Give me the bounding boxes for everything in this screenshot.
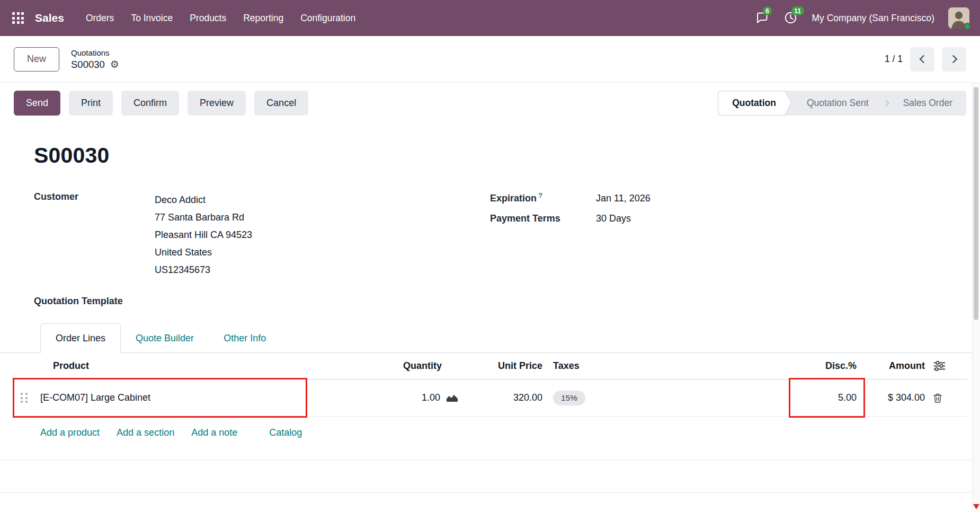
payment-terms-label: Payment Terms [490, 213, 596, 224]
order-line-quantity-cell[interactable]: 1.00 [307, 392, 461, 403]
apps-grid-icon [12, 12, 24, 24]
customer-address-line: US12345673 [155, 261, 252, 279]
app-name[interactable]: Sales [35, 12, 64, 24]
taxes-column-header: Taxes [546, 360, 787, 372]
order-line-taxes-cell: 15% [546, 391, 787, 405]
add-note-link[interactable]: Add a note [191, 427, 237, 438]
quantity-column-header: Quantity [307, 360, 461, 372]
quantity-value: 1.00 [422, 392, 440, 403]
divider [0, 460, 980, 460]
scrollbar-thumb[interactable] [974, 87, 978, 320]
user-avatar[interactable] [948, 7, 969, 29]
breadcrumb-parent-link[interactable]: Quotations [71, 48, 119, 57]
record-title: S00030 [34, 143, 980, 168]
pager-next-button[interactable] [942, 47, 966, 72]
menu-item-reporting[interactable]: Reporting [236, 8, 290, 29]
customer-label: Customer [34, 191, 78, 202]
tab-quote-builder[interactable]: Quote Builder [121, 324, 209, 352]
customer-address-line: Pleasant Hill CA 94523 [155, 226, 252, 244]
messages-count-badge: 6 [763, 6, 772, 15]
order-lines-footer: Add a product Add a section Add a note C… [13, 417, 967, 451]
vertical-scrollbar[interactable] [972, 83, 980, 512]
menu-item-configuration[interactable]: Configuration [293, 8, 362, 29]
customer-address-line: 77 Santa Barbara Rd [155, 209, 252, 226]
messages-button[interactable]: 6 [755, 11, 770, 25]
discount-value: 5.00 [838, 392, 857, 403]
catalog-link[interactable]: Catalog [269, 427, 302, 438]
notebook-tabs: Order Lines Quote Builder Other Info [0, 323, 980, 353]
amount-column-header: Amount [861, 360, 927, 372]
breadcrumb: Quotations S00030 ⚙ [71, 48, 119, 70]
control-panel: New Quotations S00030 ⚙ 1 / 1 [0, 36, 980, 83]
confirm-button[interactable]: Confirm [121, 91, 179, 116]
quotation-template-label: Quotation Template [34, 296, 980, 307]
breadcrumb-current: S00030 [71, 59, 105, 70]
customer-address-line: United States [155, 244, 252, 261]
activities-count-badge: 11 [791, 6, 804, 15]
discount-column-header: Disc.% [787, 360, 861, 372]
chevron-right-icon [949, 55, 957, 64]
chevron-left-icon [919, 55, 928, 64]
optional-columns-button[interactable] [927, 361, 967, 371]
action-bar: Send Print Confirm Preview Cancel Quotat… [0, 83, 980, 123]
expiration-label: Expiration? [490, 191, 596, 204]
status-step-quotation-sent[interactable]: Quotation Sent [793, 91, 883, 116]
online-status-dot [964, 23, 971, 30]
drag-handle[interactable] [13, 393, 35, 403]
forecast-chart-icon[interactable] [447, 393, 458, 402]
company-switcher[interactable]: My Company (San Francisco) [812, 13, 934, 24]
form-sheet: S00030 Customer Deco Addict 77 Santa Bar… [0, 143, 980, 493]
apps-menu-button[interactable] [8, 8, 28, 28]
add-section-link[interactable]: Add a section [117, 427, 174, 438]
unit-price-column-header: Unit Price [461, 360, 546, 372]
preview-button[interactable]: Preview [188, 91, 246, 116]
product-column-header: Product [35, 360, 307, 372]
status-separator-chevron-icon [883, 100, 889, 107]
order-line-row: [E-COM07] Large Cabinet 1.00 320.00 15% … [13, 379, 967, 417]
status-step-quotation[interactable]: Quotation [718, 91, 785, 116]
help-question-icon[interactable]: ? [538, 191, 542, 199]
cancel-button[interactable]: Cancel [254, 91, 308, 116]
expiration-date-field[interactable]: Jan 11, 2026 [596, 193, 651, 204]
tab-other-info[interactable]: Other Info [209, 324, 281, 352]
status-step-sales-order[interactable]: Sales Order [889, 91, 966, 116]
menu-item-products[interactable]: Products [183, 8, 233, 29]
annotation-scroll-down-marker [973, 504, 979, 509]
order-line-amount-cell: $ 304.00 [861, 392, 927, 403]
gear-icon[interactable]: ⚙ [110, 59, 119, 69]
customer-name-field[interactable]: Deco Addict [155, 191, 252, 209]
drag-handle-icon [21, 393, 28, 403]
payment-terms-field[interactable]: 30 Days [596, 213, 631, 224]
send-button[interactable]: Send [14, 91, 60, 116]
main-menu: Orders To Invoice Products Reporting Con… [79, 8, 362, 29]
product-name: [E-COM07] Large Cabinet [40, 392, 150, 403]
order-lines-header-row: Product Quantity Unit Price Taxes Disc.%… [13, 353, 967, 379]
divider [0, 492, 980, 493]
pager-previous-button[interactable] [910, 47, 934, 72]
pager-value[interactable]: 1 / 1 [885, 54, 903, 65]
form-fields: Customer Deco Addict 77 Santa Barbara Rd… [34, 191, 946, 279]
systray: 6 11 My Company (San Francisco) [755, 7, 969, 29]
add-product-link[interactable]: Add a product [40, 427, 100, 438]
menu-item-to-invoice[interactable]: To Invoice [124, 8, 180, 29]
order-lines-table: Product Quantity Unit Price Taxes Disc.%… [13, 353, 967, 451]
order-line-unit-price-cell[interactable]: 320.00 [461, 392, 546, 403]
order-line-product-cell[interactable]: [E-COM07] Large Cabinet [35, 379, 307, 416]
statusbar: Quotation Quotation Sent Sales Order [718, 91, 966, 116]
tax-badge[interactable]: 15% [553, 391, 585, 405]
activities-button[interactable]: 11 [783, 11, 798, 25]
tab-order-lines[interactable]: Order Lines [40, 323, 121, 353]
delete-line-button[interactable] [927, 392, 967, 404]
new-button[interactable]: New [14, 47, 59, 72]
menu-item-orders[interactable]: Orders [79, 8, 121, 29]
pager: 1 / 1 [885, 47, 966, 72]
print-button[interactable]: Print [69, 91, 113, 116]
top-navbar: Sales Orders To Invoice Products Reporti… [0, 0, 980, 36]
trash-icon [932, 392, 943, 404]
order-line-discount-cell[interactable]: 5.00 [787, 379, 861, 416]
sliders-icon [933, 361, 946, 371]
